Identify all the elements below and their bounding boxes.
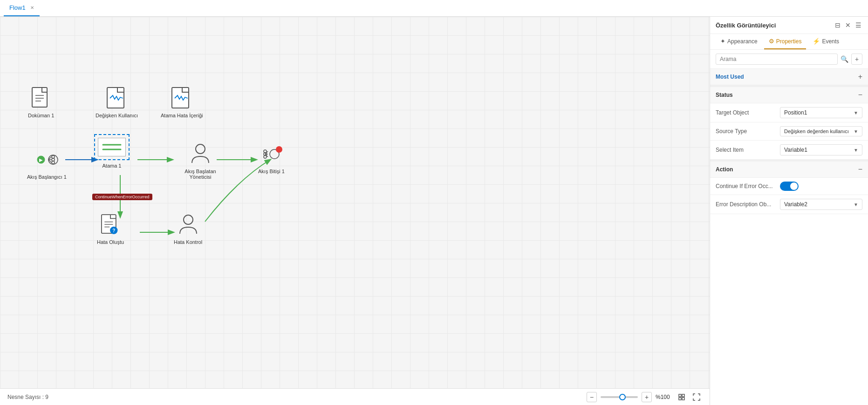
svg-point-37 (184, 215, 193, 224)
flow1-tab-close[interactable]: ✕ (30, 5, 34, 10)
zoom-level: %100 (656, 394, 672, 400)
canvas-bottom-bar: Nesne Sayısı : 9 − + %100 (0, 388, 710, 405)
panel-close-button[interactable]: ✕ (844, 20, 852, 30)
svg-rect-41 (682, 398, 684, 400)
action-toggle[interactable]: − (858, 165, 862, 174)
akis-baslangici-icon: ▶ (34, 147, 60, 172)
atama-hata-icon (169, 86, 194, 111)
svg-point-29 (264, 155, 267, 158)
action-header: Action − (710, 160, 868, 178)
svg-rect-38 (679, 394, 681, 397)
svg-text:?: ? (112, 228, 115, 233)
status-toggle[interactable]: − (858, 91, 862, 99)
error-desc-chevron: ▼ (854, 202, 858, 207)
atama1-icon (98, 138, 126, 156)
prop-source-type: Source Type Değişken değerden kullanıcı … (710, 122, 868, 141)
svg-point-17 (52, 155, 55, 158)
prop-continue-error: Continue If Error Occ... (710, 178, 868, 195)
zoom-controls: − + %100 (587, 392, 702, 403)
zoom-slider-thumb (619, 394, 626, 400)
akis-bitisi-label: Akış Bitişi 1 (258, 169, 285, 174)
panel-header: Özellik Görüntüleyici ⊟ ✕ ☰ (710, 17, 868, 34)
node-hata-olustu[interactable]: ? Hata Oluştu (97, 212, 124, 245)
node-atama-hata[interactable]: Atama Hata İçeriği (161, 86, 203, 118)
node-akis-baslangici[interactable]: ▶ Akış Başlangıcı 1 (27, 147, 67, 180)
svg-point-22 (196, 144, 205, 154)
action-section: Action − Continue If Error Occ... Error … (710, 160, 868, 214)
search-input[interactable] (716, 54, 838, 65)
continue-error-toggle[interactable] (780, 182, 799, 191)
hata-kontrol-icon (176, 212, 201, 237)
most-used-section: Most Used + (710, 69, 868, 85)
most-used-toggle[interactable]: + (858, 73, 862, 81)
panel-pin-button[interactable]: ⊟ (834, 20, 841, 30)
svg-rect-5 (32, 88, 47, 107)
node-count: Nesne Sayısı : 9 (7, 394, 48, 400)
akis-baslatan-label: Akış Başlatan Yöneticisi (177, 169, 224, 180)
node-atama1[interactable]: Atama 1 (98, 138, 126, 169)
zoom-out-button[interactable]: − (587, 392, 597, 402)
tab-appearance[interactable]: ✦ Appearance (716, 34, 762, 49)
most-used-title: Most Used (716, 74, 744, 80)
events-tab-icon: ⚡ (813, 38, 820, 45)
select-item-dropdown[interactable]: Variable1 ▼ (780, 144, 862, 155)
source-type-chevron: ▼ (854, 129, 858, 134)
status-section: Status − Target Object Position1 ▼ Sourc… (710, 85, 868, 160)
hata-kontrol-label: Hata Kontrol (174, 239, 202, 245)
svg-point-19 (52, 161, 55, 164)
flow1-tab[interactable]: Flow1 ✕ (4, 0, 40, 16)
continue-error-value (780, 182, 862, 191)
node-akis-baslatan[interactable]: Akış Başlatan Yöneticisi (177, 142, 224, 180)
target-object-chevron: ▼ (854, 110, 858, 115)
svg-text:▶: ▶ (39, 157, 43, 162)
canvas-area[interactable]: Doküman 1 Değişken Kullanıcı (0, 17, 710, 405)
svg-rect-40 (679, 398, 681, 400)
prop-select-item: Select Item Variable1 ▼ (710, 141, 868, 160)
search-button[interactable]: 🔍 (841, 55, 848, 63)
error-desc-value: Variable2 ▼ (780, 199, 862, 210)
hata-olustu-icon: ? (98, 212, 123, 237)
svg-point-18 (52, 158, 55, 161)
status-title: Status (716, 92, 733, 98)
target-object-dropdown[interactable]: Position1 ▼ (780, 107, 862, 118)
tab-events[interactable]: ⚡ Events (808, 34, 844, 49)
node-dokuman1[interactable]: Doküman 1 (28, 86, 54, 118)
akis-baslatan-icon (188, 142, 213, 167)
select-item-value: Variable1 ▼ (780, 144, 862, 155)
node-hata-kontrol[interactable]: Hata Kontrol (174, 212, 202, 245)
hata-olustu-label: Hata Oluştu (97, 239, 124, 245)
properties-tab-icon: ⚙ (769, 38, 774, 45)
panel-menu-button[interactable]: ☰ (854, 20, 862, 30)
panel-tabs: ✦ Appearance ⚙ Properties ⚡ Events (710, 34, 868, 50)
akis-baslangici-label: Akış Başlangıcı 1 (27, 174, 67, 180)
continue-error-label: Continue If Error Occ... (716, 183, 776, 189)
zoom-slider-track[interactable] (601, 396, 638, 398)
flow1-tab-label: Flow1 (9, 4, 26, 11)
select-item-text: Variable1 (784, 147, 807, 153)
target-object-text: Position1 (784, 109, 807, 116)
error-badge: ContinueWhenErrorOccurred (92, 194, 152, 200)
svg-rect-39 (682, 394, 684, 397)
status-header: Status − (710, 85, 868, 103)
panel-header-icons: ⊟ ✕ ☰ (834, 20, 862, 30)
atama-hata-label: Atama Hata İçeriği (161, 113, 203, 118)
source-type-text: Değişken değerden kullanıcı (784, 128, 849, 134)
canvas-svg (0, 17, 710, 405)
dokuman1-label: Doküman 1 (28, 113, 54, 118)
tab-properties[interactable]: ⚙ Properties (764, 34, 806, 49)
source-type-value: Değişken değerden kullanıcı ▼ (780, 126, 862, 136)
right-panel: Özellik Görüntüleyici ⊟ ✕ ☰ ✦ Appearance… (710, 17, 868, 405)
degisken1-icon (104, 86, 130, 111)
error-desc-dropdown[interactable]: Variable2 ▼ (780, 199, 862, 210)
zoom-fit-button[interactable] (676, 392, 687, 403)
add-property-button[interactable]: + (851, 54, 862, 65)
node-degisken1[interactable]: Değişken Kullanıcı (96, 86, 138, 118)
properties-tab-label: Properties (776, 38, 802, 45)
node-akis-bitisi[interactable]: Akış Bitişi 1 (258, 142, 285, 174)
zoom-in-button[interactable]: + (642, 392, 652, 402)
source-type-dropdown[interactable]: Değişken değerden kullanıcı ▼ (780, 126, 862, 136)
svg-point-27 (264, 150, 267, 153)
most-used-header: Most Used + (710, 69, 868, 85)
target-object-value: Position1 ▼ (780, 107, 862, 118)
fullscreen-button[interactable] (691, 392, 702, 403)
